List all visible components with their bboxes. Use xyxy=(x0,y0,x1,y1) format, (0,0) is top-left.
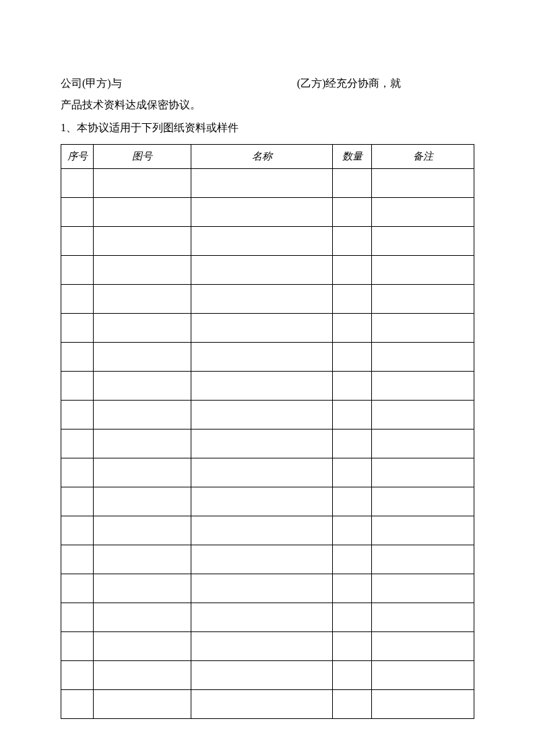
table-cell xyxy=(61,343,94,372)
table-cell xyxy=(191,661,333,690)
table-cell xyxy=(333,372,372,401)
table-cell xyxy=(333,429,372,458)
table-cell xyxy=(191,632,333,661)
table-row xyxy=(61,574,474,603)
table-cell xyxy=(94,545,191,574)
table-cell xyxy=(61,285,94,314)
table-cell xyxy=(191,256,333,285)
table-cell xyxy=(94,487,191,516)
table-row xyxy=(61,198,474,227)
header-name: 名称 xyxy=(191,145,333,169)
table-cell xyxy=(333,198,372,227)
table-cell xyxy=(61,487,94,516)
table-cell xyxy=(191,487,333,516)
table-cell xyxy=(372,372,474,401)
table-row xyxy=(61,516,474,545)
table-row xyxy=(61,227,474,256)
table-cell xyxy=(191,429,333,458)
table-row xyxy=(61,401,474,429)
table-cell xyxy=(61,632,94,661)
party-a-blank xyxy=(122,73,297,94)
table-cell xyxy=(372,314,474,343)
table-cell xyxy=(333,458,372,487)
table-row xyxy=(61,314,474,343)
header-qty: 数量 xyxy=(333,145,372,169)
table-cell xyxy=(94,690,191,719)
table-cell xyxy=(372,487,474,516)
table-cell xyxy=(372,429,474,458)
table-cell xyxy=(372,401,474,429)
table-cell xyxy=(333,343,372,372)
table-cell xyxy=(61,372,94,401)
header-seq: 序号 xyxy=(61,145,94,169)
table-cell xyxy=(191,343,333,372)
table-cell xyxy=(94,574,191,603)
table-cell xyxy=(191,314,333,343)
table-cell xyxy=(94,198,191,227)
intro-line-2: 产品技术资料达成保密协议。 xyxy=(61,94,474,116)
table-cell xyxy=(94,372,191,401)
table-cell xyxy=(94,227,191,256)
table-row xyxy=(61,372,474,401)
table-cell xyxy=(191,401,333,429)
table-cell xyxy=(191,574,333,603)
table-row xyxy=(61,343,474,372)
table-cell xyxy=(94,314,191,343)
table-cell xyxy=(333,227,372,256)
table-cell xyxy=(61,429,94,458)
table-cell xyxy=(94,343,191,372)
table-cell xyxy=(372,169,474,198)
table-cell xyxy=(191,545,333,574)
table-cell xyxy=(191,169,333,198)
table-cell xyxy=(94,401,191,429)
table-cell xyxy=(372,603,474,632)
table-cell xyxy=(333,256,372,285)
table-cell xyxy=(191,227,333,256)
table-row xyxy=(61,169,474,198)
table-cell xyxy=(61,458,94,487)
table-cell xyxy=(94,285,191,314)
table-cell xyxy=(191,198,333,227)
table-row xyxy=(61,256,474,285)
table-cell xyxy=(372,227,474,256)
party-b-text: (乙方)经充分协商，就 xyxy=(297,73,402,94)
table-cell xyxy=(94,169,191,198)
table-cell xyxy=(61,661,94,690)
table-row xyxy=(61,632,474,661)
table-row xyxy=(61,285,474,314)
table-cell xyxy=(94,516,191,545)
intro-line-1: 公司(甲方)与 (乙方)经充分协商，就 xyxy=(61,73,474,94)
table-cell xyxy=(372,690,474,719)
table-cell xyxy=(372,574,474,603)
table-cell xyxy=(61,603,94,632)
table-row xyxy=(61,661,474,690)
table-cell xyxy=(61,198,94,227)
table-cell xyxy=(61,690,94,719)
table-cell xyxy=(333,169,372,198)
header-note: 备注 xyxy=(372,145,474,169)
table-cell xyxy=(61,516,94,545)
table-cell xyxy=(61,256,94,285)
table-cell xyxy=(372,516,474,545)
table-row xyxy=(61,458,474,487)
table-cell xyxy=(94,256,191,285)
table-cell xyxy=(333,401,372,429)
table-cell xyxy=(94,458,191,487)
table-row xyxy=(61,545,474,574)
table-cell xyxy=(333,545,372,574)
table-cell xyxy=(333,314,372,343)
table-row xyxy=(61,487,474,516)
table-cell xyxy=(94,429,191,458)
table-cell xyxy=(372,661,474,690)
table-cell xyxy=(333,487,372,516)
table-cell xyxy=(372,285,474,314)
table-cell xyxy=(61,227,94,256)
table-cell xyxy=(61,545,94,574)
materials-table: 序号 图号 名称 数量 备注 xyxy=(61,144,474,719)
table-cell xyxy=(333,574,372,603)
table-row xyxy=(61,690,474,719)
table-cell xyxy=(333,632,372,661)
table-cell xyxy=(333,603,372,632)
table-cell xyxy=(333,285,372,314)
table-cell xyxy=(372,343,474,372)
